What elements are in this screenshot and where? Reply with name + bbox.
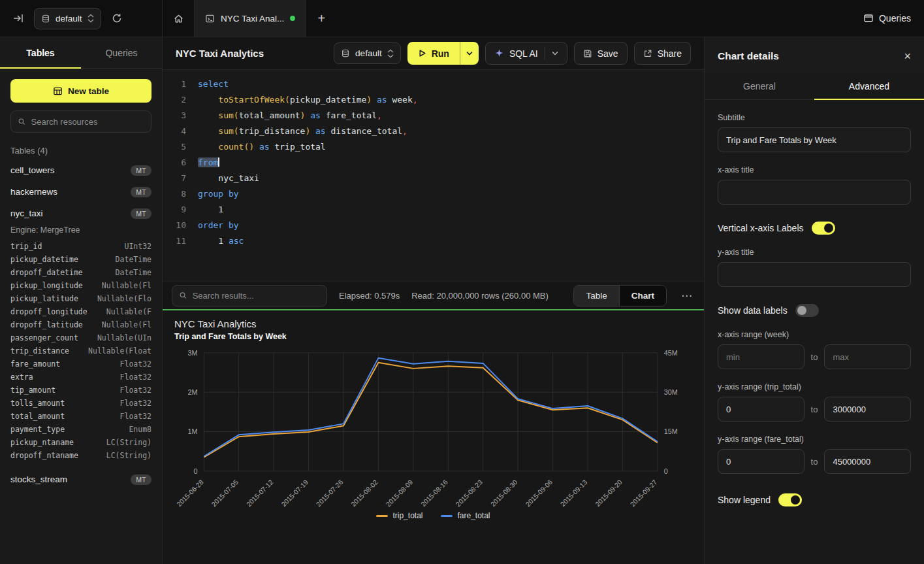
search-icon — [18, 117, 26, 126]
query-tab-icon — [205, 14, 215, 24]
table-engine-badge: MT — [131, 187, 151, 197]
svg-text:2015-08-02: 2015-08-02 — [350, 478, 379, 508]
chart-details-panel: Chart details × General Advanced Subtitl… — [704, 37, 924, 564]
sql-ai-button[interactable]: SQL AI — [485, 42, 567, 65]
search-icon — [179, 291, 187, 300]
run-options-button[interactable] — [460, 42, 479, 65]
tab-general[interactable]: General — [705, 73, 814, 99]
to-label: to — [811, 457, 818, 467]
column-row: fare_amountFloat32 — [0, 357, 162, 371]
subtitle-input[interactable] — [718, 127, 911, 152]
to-label: to — [811, 352, 818, 362]
queries-icon — [863, 13, 874, 24]
resource-search-input[interactable] — [31, 117, 144, 127]
show-data-labels-toggle[interactable] — [795, 304, 819, 317]
query-title: NYC Taxi Analytics — [176, 48, 264, 59]
x-axis-title-input[interactable] — [718, 180, 911, 205]
y-range-fare-min-input[interactable] — [718, 449, 805, 474]
table-grid-icon — [53, 86, 63, 96]
share-button[interactable]: Share — [634, 42, 691, 65]
sql-ai-divider — [545, 47, 545, 60]
new-tab-button[interactable]: + — [306, 0, 336, 37]
run-button[interactable]: Run — [407, 42, 460, 65]
y-axis-title-input[interactable] — [718, 262, 911, 287]
refresh-button[interactable] — [108, 9, 126, 27]
column-type: DateTime — [116, 255, 151, 264]
chevron-up-down-icon — [88, 14, 94, 23]
column-row: extraFloat32 — [0, 371, 162, 384]
save-button[interactable]: Save — [574, 42, 628, 65]
tab-advanced[interactable]: Advanced — [814, 73, 924, 99]
play-icon — [418, 49, 426, 58]
column-name: dropoff_datetime — [10, 268, 83, 277]
vertical-x-labels-label: Vertical x-axis Labels — [718, 223, 804, 233]
table-row[interactable]: stocks_streamMT — [0, 469, 162, 490]
sql-editor[interactable]: 1select2 toStartOfWeek(pickup_datetime) … — [163, 70, 704, 281]
svg-text:2015-09-27: 2015-09-27 — [629, 478, 658, 508]
home-tab-button[interactable] — [163, 0, 194, 37]
to-label: to — [811, 405, 818, 414]
view-table-button[interactable]: Table — [574, 286, 618, 306]
table-engine-label: Engine: MergeTree — [0, 224, 162, 240]
table-row[interactable]: cell_towersMT — [0, 159, 162, 181]
svg-text:2015-07-05: 2015-07-05 — [210, 478, 240, 508]
column-name: total_amount — [10, 412, 65, 421]
column-name: pickup_ntaname — [10, 438, 74, 447]
run-button-label: Run — [432, 48, 449, 59]
line-number: 4 — [163, 124, 186, 139]
queries-button[interactable]: Queries — [850, 0, 924, 37]
column-type: Float32 — [120, 386, 151, 395]
sidebar-tab-tables[interactable]: Tables — [0, 37, 81, 68]
results-search-input[interactable] — [193, 291, 320, 301]
run-button-group: Run — [407, 42, 479, 65]
column-row: trip_idUInt32 — [0, 240, 162, 253]
database-selector-value: default — [56, 14, 82, 24]
x-range-min-input[interactable] — [718, 344, 805, 369]
view-chart-button[interactable]: Chart — [620, 286, 666, 306]
code-text: from — [198, 155, 219, 171]
line-number: 7 — [163, 171, 186, 186]
table-row[interactable]: hackernewsMT — [0, 181, 162, 203]
share-icon — [643, 49, 652, 58]
column-type: Nullable(Fl — [102, 281, 151, 290]
y-range-fare-max-input[interactable] — [824, 449, 911, 474]
column-type: Float32 — [120, 373, 151, 382]
results-toolbar: Elapsed: 0.579s Read: 20,000,000 rows (2… — [163, 281, 704, 309]
y-range-trip-max-input[interactable] — [824, 397, 911, 422]
vertical-x-labels-toggle[interactable] — [812, 222, 835, 235]
x-range-max-input[interactable] — [824, 344, 911, 369]
more-options-button[interactable]: ⋯ — [678, 289, 695, 303]
column-row: total_amountFloat32 — [0, 410, 162, 423]
close-icon[interactable]: × — [904, 50, 911, 62]
code-line: 6from — [163, 155, 704, 171]
query-tab[interactable]: NYC Taxi Anal... — [194, 0, 306, 37]
show-legend-toggle[interactable] — [778, 493, 802, 506]
y-axis-range-fare-label: y-axis range (fare_total) — [718, 435, 911, 444]
toggle-knob — [824, 224, 833, 233]
line-number: 9 — [163, 202, 186, 218]
legend-item[interactable]: trip_total — [376, 511, 422, 520]
run-database-selector[interactable]: default — [334, 42, 401, 64]
chevron-down-icon — [552, 51, 558, 56]
sidebar-tab-queries[interactable]: Queries — [81, 37, 162, 68]
toggle-knob — [791, 495, 800, 505]
database-selector[interactable]: default — [34, 8, 101, 29]
column-row: dropoff_ntanameLC(String) — [0, 449, 162, 462]
main-area: NYC Taxi Analytics default Run — [163, 37, 704, 564]
column-type: Nullable(Fl — [102, 320, 151, 329]
collapse-sidebar-button[interactable] — [9, 9, 27, 27]
line-number: 11 — [163, 233, 186, 249]
line-chart: 001M15M2M30M3M45M2015-06-282015-07-05201… — [174, 344, 692, 534]
y-range-trip-min-input[interactable] — [718, 397, 805, 422]
table-row[interactable]: nyc_taxiMT — [0, 203, 162, 224]
y-axis-title-label: y-axis title — [718, 248, 911, 257]
results-search — [172, 285, 327, 307]
query-header: NYC Taxi Analytics default Run — [163, 37, 704, 70]
chart-details-body: Subtitle x-axis title Vertical x-axis La… — [705, 100, 924, 564]
legend-item[interactable]: fare_total — [441, 511, 490, 520]
column-type: Float32 — [120, 412, 151, 421]
new-table-button[interactable]: New table — [10, 79, 151, 103]
table-name: cell_towers — [10, 165, 55, 175]
code-text: order by — [198, 218, 239, 233]
run-database-value: default — [355, 48, 382, 58]
